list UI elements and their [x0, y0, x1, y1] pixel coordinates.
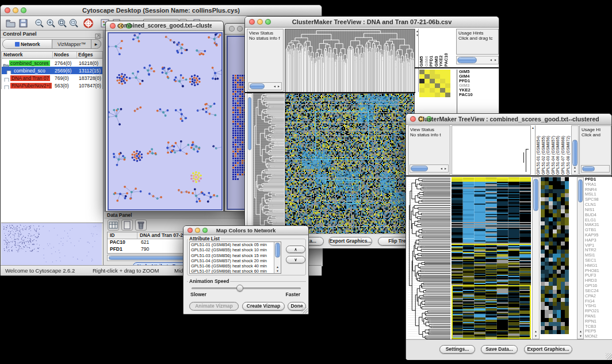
tv2-gene-vscrollbar[interactable]: ▲▼	[577, 177, 584, 339]
treeview1-titlebar[interactable]: ClusterMaker TreeView : DNA and Tran 07-…	[245, 17, 499, 28]
tv1-main-heatmap[interactable]	[285, 93, 415, 235]
attribute-item[interactable]: GPL51-04 (GSM857) heat shock 20 min	[190, 258, 274, 263]
resize-grip[interactable]	[301, 307, 308, 313]
tv2-status-hscrollbar[interactable]: ◄►	[410, 164, 449, 173]
zoom-in-button[interactable]	[45, 18, 56, 29]
tv1-view-status-text: No status info f	[247, 36, 283, 41]
network-nodes: 563(0)	[55, 83, 69, 89]
delete-attribute-trash-icon[interactable]	[135, 220, 147, 231]
tv1-vscrollbar[interactable]: ▲▼	[247, 93, 253, 233]
tv1-view-status-panel: View Status No status info f ◄►	[247, 29, 284, 92]
tv2-column-labels: GPL51-01 (GSM854)GPL51-02 (GSM855)GPL51-…	[536, 125, 571, 175]
tv1-column-label: PAC10	[444, 29, 449, 67]
close-button[interactable]	[110, 23, 116, 29]
dialog-titlebar[interactable]: Map Colors to Network	[183, 226, 308, 235]
tv2-view-status-panel: View Status No status info t ◄►	[408, 125, 450, 175]
tv2-gene-labels: PFD1YRA1RNR4MSL1SPC98CLN1NIS1BUD4ELG1MAK…	[585, 177, 612, 339]
animation-speed-slider-thumb[interactable]	[236, 285, 243, 292]
tab-overflow-button[interactable]: ▶	[91, 40, 101, 49]
tv2-settings-button[interactable]: Settings...	[439, 345, 475, 354]
tv2-heatmap-vscrollbar[interactable]: ▲▼	[532, 177, 540, 339]
network1-titlebar[interactable]: combined_scores_good.txt--cluste...	[106, 21, 223, 31]
attribute-list[interactable]: GPL51-01 (GSM854) heat shock 05 minGPL51…	[189, 242, 281, 274]
attribute-item[interactable]: GPL51-03 (GSM856) heat shock 15 min	[190, 253, 274, 258]
tv2-top-vscrollbar[interactable]: ▲▼	[571, 125, 579, 175]
create-vizmap-button[interactable]: Create Vizmap	[242, 302, 285, 311]
column-header-id[interactable]: ID	[108, 232, 137, 239]
treeview2-titlebar[interactable]: ClusterMaker TreeView : combined_scores_…	[406, 114, 611, 125]
network-table-row[interactable]: combined_scores2764(0)16218(0)	[2, 59, 102, 67]
resize-grip[interactable]	[606, 353, 612, 359]
column-header-nodes[interactable]: Nodes	[53, 52, 77, 58]
network-name: DNA and Tran 07	[10, 75, 50, 81]
save-session-button[interactable]	[18, 18, 29, 29]
animation-speed-slider-track[interactable]	[192, 288, 301, 289]
network-table-row[interactable]: DNA and Tran 07769(0)183728(0)	[2, 74, 102, 82]
control-panel: Control Panel Network VizMapper™ ▶ Netwo…	[1, 30, 104, 266]
map-colors-dialog: Map Colors to Network Attribute List GPL…	[183, 225, 309, 315]
tv1-export-graphics-button[interactable]: Export Graphics...	[328, 237, 372, 246]
zoom-fit-button[interactable]	[57, 18, 68, 29]
network-table-row[interactable]: RNAPuberNov2+|563(0)107847(0)	[2, 82, 102, 89]
attribute-list-label: Attribute List	[188, 236, 221, 242]
tv1-zoom-heatmap[interactable]	[419, 70, 450, 97]
tv2-zoom-heatmap[interactable]	[541, 177, 569, 336]
close-button[interactable]	[229, 26, 235, 32]
help-lifering-icon[interactable]	[83, 18, 94, 29]
attribute-item[interactable]: GPL51-07 (GSM868) heat shock 60 min	[190, 269, 274, 274]
tab-vizmapper[interactable]: VizMapper™	[52, 40, 91, 49]
tv2-usage-hscrollbar[interactable]	[581, 165, 610, 173]
column-header-edges[interactable]: Edges	[77, 52, 102, 58]
tv1-status-hscrollbar[interactable]: ◄►	[248, 82, 282, 90]
zoom-selected-button[interactable]	[68, 18, 79, 29]
close-button[interactable]	[249, 19, 255, 25]
move-up-button[interactable]: ∧	[286, 246, 305, 253]
attribute-list-vscrollbar[interactable]: ▲▼	[274, 242, 281, 273]
tv1-column-labels: GIM5GIM4PFD1GIM3YKE2PAC10	[419, 29, 455, 67]
tv1-splitter-strip[interactable]: ▲▼	[415, 29, 419, 92]
tv2-save-data-button[interactable]: Save Data...	[481, 345, 518, 354]
cytoscape-titlebar[interactable]: Cytoscape Desktop (Session Name: collins…	[1, 5, 322, 16]
attribute-table-icon[interactable]	[108, 220, 119, 231]
close-button[interactable]	[410, 116, 416, 122]
open-session-button[interactable]	[5, 18, 16, 29]
tv2-splitter-strip[interactable]: ▲	[531, 125, 536, 175]
new-attribute-icon[interactable]	[121, 220, 133, 231]
network-name: RNAPuberNov2+|	[10, 83, 52, 89]
tv2-column-dendrogram[interactable]	[452, 125, 531, 175]
file-icon	[4, 83, 10, 89]
treeview-window-combined: ClusterMaker TreeView : combined_scores_…	[406, 113, 612, 359]
tv1-row-dendrogram[interactable]	[253, 93, 284, 233]
close-button[interactable]	[5, 7, 10, 13]
gene-label: MON2	[585, 334, 612, 339]
control-panel-tabs: Network VizMapper™ ▶	[2, 39, 101, 49]
column-header-network[interactable]: Network	[2, 52, 53, 58]
network-name: combined_scores	[9, 60, 50, 66]
tv2-usage-text: Click and	[580, 132, 611, 137]
zoom-out-button[interactable]	[34, 18, 45, 29]
desktop: Cytoscape Desktop (Session Name: collins…	[0, 0, 612, 364]
attribute-item[interactable]: GPL51-06 (GSM865) heat shock 40 min	[190, 263, 274, 269]
network-table-row[interactable]: combined_sco2569(6)13112(15)	[2, 67, 102, 74]
tv2-view-status-text: No status info t	[408, 132, 450, 137]
network1-canvas[interactable]	[109, 33, 221, 209]
tv2-export-graphics-button[interactable]: Export Graphics...	[524, 345, 572, 354]
move-down-button[interactable]: ∨	[286, 256, 305, 263]
close-button[interactable]	[188, 228, 193, 233]
minimize-button[interactable]	[237, 26, 243, 32]
animate-vizmap-button[interactable]: Animate Vizmap	[189, 302, 239, 311]
attribute-item[interactable]: GPL51-01 (GSM854) heat shock 05 min	[190, 242, 274, 247]
tv1-usage-hints-panel: Usage Hints Click and drag tc	[456, 29, 499, 55]
tab-network[interactable]: Network	[3, 40, 52, 49]
attribute-item[interactable]: GPL51-02 (GSM855) heat shock 10 min	[190, 247, 274, 252]
tv1-column-dendrogram[interactable]	[285, 29, 415, 93]
network1-canvas-frame	[108, 32, 223, 210]
tv2-main-separator	[406, 175, 612, 177]
network-edges: 13112(15)	[79, 68, 101, 74]
tv1-usage-hscrollbar[interactable]: ◄►	[456, 56, 499, 64]
network-nodes: 2764(0)	[55, 60, 71, 66]
tv2-usage-hints-panel: Usage Hi Click and	[579, 125, 611, 175]
network-overview-panel[interactable]	[1, 223, 103, 266]
tv2-main-heatmap[interactable]	[452, 177, 531, 339]
tv2-row-dendrogram[interactable]	[408, 177, 450, 339]
